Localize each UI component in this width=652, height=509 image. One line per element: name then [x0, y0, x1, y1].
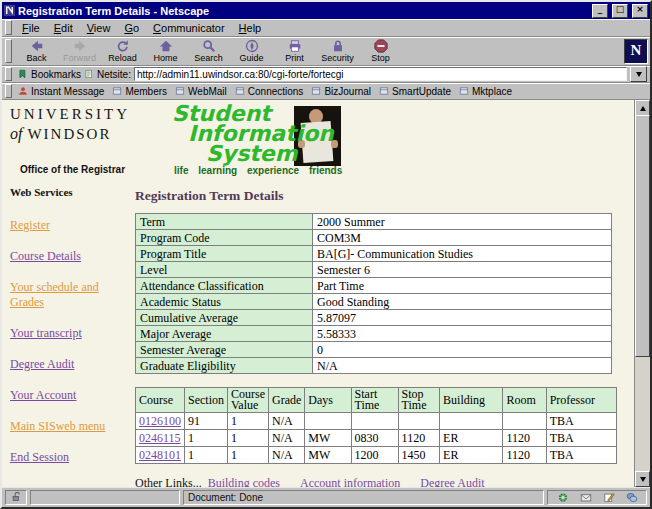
course-cell — [398, 413, 440, 430]
course-cell: 91 — [185, 413, 228, 430]
course-cell — [305, 413, 351, 430]
bookmarks-menu[interactable]: Bookmarks — [18, 69, 81, 80]
restore-button[interactable]: □ — [612, 4, 628, 18]
course-cell: TBA — [546, 430, 616, 447]
security-icon — [331, 39, 345, 53]
detail-label: Program Title — [136, 246, 313, 262]
course-cell: 1450 — [398, 447, 440, 464]
toolbar-button-label: Stop — [371, 53, 390, 63]
personal-toolbar-item-mktplace[interactable]: Mktplace — [459, 86, 512, 97]
sidebar-link-course-details[interactable]: Course Details — [10, 249, 110, 264]
security-status[interactable] — [5, 490, 27, 505]
detail-label: Academic Status — [136, 294, 313, 310]
personal-toolbar-label: Mktplace — [472, 86, 512, 97]
sidebar-link-your-transcript[interactable]: Your transcript — [10, 326, 110, 341]
netscape-logo[interactable]: N — [624, 39, 648, 64]
card-icon — [175, 86, 185, 96]
course-cell: 1120 — [503, 447, 546, 464]
course-cell: 1120 — [398, 430, 440, 447]
details-row: Program CodeCOM3M — [136, 230, 612, 246]
office-of-registrar-label: Office of the Registrar — [20, 164, 168, 175]
course-row: 0126100911N/ATBA — [136, 413, 617, 430]
menu-edit[interactable]: Edit — [47, 21, 80, 35]
url-dropdown-button[interactable] — [630, 66, 647, 82]
stop-button[interactable]: Stop — [359, 38, 402, 64]
title-bar[interactable]: Registration Term Details - Netscape _ □… — [2, 2, 650, 19]
url-input[interactable] — [134, 67, 627, 81]
other-link-account-information[interactable]: Account information — [300, 476, 400, 487]
personal-toolbar-item-members[interactable]: Members — [112, 86, 167, 97]
menu-help[interactable]: Help — [232, 21, 269, 35]
reload-button[interactable]: Reload — [101, 38, 144, 64]
sidebar-link-your-schedule-and-grades[interactable]: Your schedule and Grades — [10, 280, 110, 310]
course-link-0246115[interactable]: 0246115 — [139, 431, 181, 445]
course-link-0248101[interactable]: 0248101 — [139, 448, 181, 462]
personal-toolbar-label: BizJournal — [324, 86, 371, 97]
toolbar-button-label: Reload — [108, 53, 137, 63]
sidebar-link-end-session[interactable]: End Session — [10, 450, 110, 465]
menu-view[interactable]: View — [80, 21, 118, 35]
other-link-building-codes[interactable]: Building codes — [208, 476, 280, 487]
sidebar-link-degree-audit[interactable]: Degree Audit — [10, 357, 110, 372]
card-icon — [112, 86, 122, 96]
toolbar-button-label: Print — [285, 53, 304, 63]
scroll-up-button[interactable] — [635, 100, 650, 116]
personal-toolbar-item-instant-message[interactable]: Instant Message — [18, 86, 104, 97]
column-header-professor: Professor — [546, 388, 616, 413]
toolbar-grip[interactable] — [5, 20, 12, 36]
detail-label: Attendance Classification — [136, 278, 313, 294]
other-link-degree-audit[interactable]: Degree Audit — [420, 476, 484, 487]
personal-toolbar-item-webmail[interactable]: WebMail — [175, 86, 227, 97]
sidebar-link-your-account[interactable]: Your Account — [10, 388, 110, 403]
navigator-icon[interactable] — [557, 492, 569, 503]
toolbar-grip[interactable] — [5, 84, 12, 99]
menu-file[interactable]: File — [15, 21, 47, 35]
detail-value: Part Time — [313, 278, 612, 294]
course-cell: N/A — [269, 430, 305, 447]
course-cell — [351, 413, 398, 430]
card-icon — [379, 86, 389, 96]
toolbar-grip[interactable] — [5, 67, 12, 82]
sidebar-link-register[interactable]: Register — [10, 218, 110, 233]
personal-toolbar-item-smartupdate[interactable]: SmartUpdate — [379, 86, 451, 97]
guide-button[interactable]: Guide — [230, 38, 273, 64]
course-cell: ER — [440, 447, 503, 464]
column-header-room: Room — [503, 388, 546, 413]
scrollbar-thumb[interactable] — [635, 115, 650, 357]
vertical-scrollbar[interactable] — [634, 100, 650, 487]
detail-label: Major Average — [136, 326, 313, 342]
course-cell: 1 — [185, 447, 228, 464]
main-content: Registration Term Details Term2000 Summe… — [135, 186, 634, 487]
location-icon[interactable] — [84, 69, 94, 79]
mailbox-icon[interactable] — [580, 492, 592, 503]
card-icon — [311, 86, 321, 96]
course-cell: 1 — [185, 430, 228, 447]
back-button[interactable]: Back — [15, 38, 58, 64]
detail-value: N/A — [313, 358, 612, 374]
personal-toolbar-item-bizjournal[interactable]: BizJournal — [311, 86, 371, 97]
print-button[interactable]: Print — [273, 38, 316, 64]
search-button[interactable]: Search — [187, 38, 230, 64]
menu-communicator[interactable]: Communicator — [146, 21, 232, 35]
close-button[interactable]: × — [632, 4, 648, 18]
toolbar-grip[interactable] — [5, 39, 12, 63]
composer-icon[interactable] — [603, 492, 615, 503]
security-button[interactable]: Security — [316, 38, 359, 64]
course-cell: MW — [305, 447, 351, 464]
discussions-icon[interactable] — [626, 492, 638, 503]
sidebar-link-main-sisweb-menu[interactable]: Main SISweb menu — [10, 419, 110, 434]
menu-go[interactable]: Go — [117, 21, 146, 35]
university-line2: ofWINDSOR — [10, 125, 168, 143]
detail-value: BA[G]- Communication Studies — [313, 246, 612, 262]
toolbar-button-label: Home — [153, 53, 177, 63]
details-row: Academic StatusGood Standing — [136, 294, 612, 310]
course-link-0126100[interactable]: 0126100 — [139, 414, 181, 428]
browser-content: UNIVERSITY ofWINDSOR Office of the Regis… — [2, 100, 650, 487]
scroll-down-button[interactable] — [635, 471, 650, 487]
home-button[interactable]: Home — [144, 38, 187, 64]
arrow-up-icon — [640, 106, 646, 111]
back-icon — [30, 39, 44, 53]
minimize-button[interactable]: _ — [592, 4, 608, 18]
column-header-stop-time: Stop Time — [398, 388, 440, 413]
personal-toolbar-item-connections[interactable]: Connections — [235, 86, 304, 97]
